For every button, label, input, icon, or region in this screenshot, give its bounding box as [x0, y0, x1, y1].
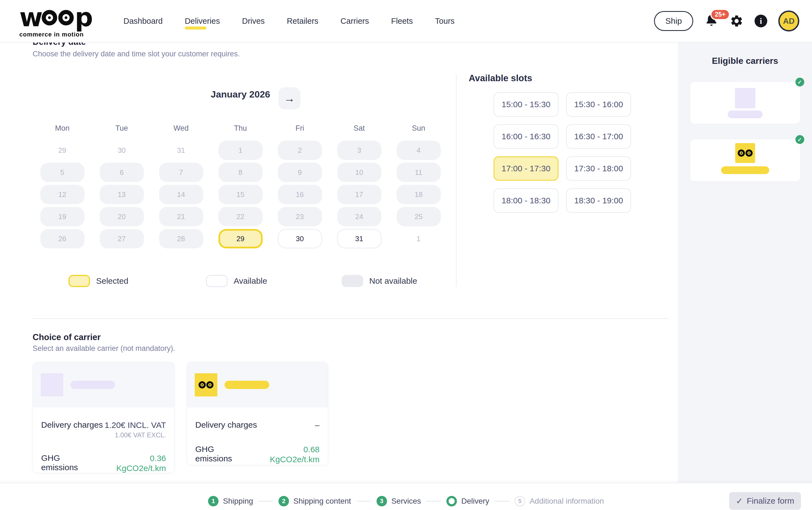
user-avatar[interactable]: AD [778, 10, 799, 31]
time-slot-1800to1830[interactable]: 18:00 - 18:30 [494, 189, 558, 213]
carrier-card-details: Delivery charges 1.20€ INCL. VAT 1.00€ V… [33, 407, 174, 473]
weekday-header: Tue [92, 117, 151, 139]
woop-eye-icon [206, 381, 213, 389]
woop-carrier-logo [735, 143, 755, 163]
carrier-logo-placeholder [735, 88, 755, 108]
step-label: Additional information [529, 497, 604, 506]
nav-item-fleets[interactable]: Fleets [391, 11, 413, 31]
calendar-day-8-disabled: 8 [219, 163, 263, 182]
calendar-cell: 11 [389, 161, 448, 183]
available-slots-title: Available slots [469, 73, 532, 83]
choice-of-carrier-title: Choice of carrier [33, 332, 100, 342]
eligible-carrier-card-1[interactable]: ✓ [690, 82, 801, 124]
calendar-day-30-available[interactable]: 30 [278, 229, 322, 248]
weekday-header: Sat [329, 117, 389, 139]
form-footer-bar: 1Shipping2Shipping content3ServicesDeliv… [0, 483, 812, 510]
calendar-day-13-disabled: 13 [100, 185, 144, 204]
calendar-day-29-selected[interactable]: 29 [219, 229, 263, 248]
carrier-logo-area [33, 362, 174, 407]
nav-item-carriers[interactable]: Carriers [341, 11, 369, 31]
calendar-day-3-disabled: 3 [337, 141, 381, 160]
step-label: Services [392, 497, 421, 506]
legend-label: Selected [96, 276, 128, 286]
finalize-form-button[interactable]: ✓ Finalize form [729, 492, 801, 510]
step-indicator: 5 [515, 496, 525, 506]
nav-item-deliveries[interactable]: Deliveries [185, 11, 220, 31]
nav-item-dashboard[interactable]: Dashboard [123, 11, 163, 31]
calendar-day-1-outside: 1 [397, 229, 441, 248]
arrow-right-icon: → [284, 92, 295, 105]
carrier-card-option-1[interactable]: Delivery charges 1.20€ INCL. VAT 1.00€ V… [33, 362, 175, 473]
time-slot-1530to1600[interactable]: 15:30 - 16:00 [566, 92, 631, 117]
calendar-day-27-disabled: 27 [100, 229, 144, 248]
calendar-day-5-disabled: 5 [40, 163, 85, 182]
time-slot-1600to1630[interactable]: 16:00 - 16:30 [494, 124, 558, 149]
notifications-button[interactable]: 25+ [704, 13, 719, 29]
calendar-cell: 7 [151, 161, 211, 183]
step-shipping-content[interactable]: 2Shipping content [279, 496, 351, 506]
carrier-name-placeholder [721, 166, 769, 174]
time-slot-1830to1900[interactable]: 18:30 - 19:00 [566, 189, 631, 213]
time-slot-1500to1530[interactable]: 15:00 - 15:30 [494, 92, 558, 117]
ghg-emissions-value: 0.36 KgCO2e/t.km [98, 453, 166, 473]
finalize-form-label: Finalize form [747, 496, 794, 506]
woop-logo-word: w p [19, 6, 91, 29]
calendar-day-9-disabled: 9 [278, 163, 322, 182]
ship-button[interactable]: Ship [654, 11, 693, 31]
logo-eye-icon [42, 10, 57, 25]
calendar-cell: 10 [329, 161, 389, 183]
weekday-header: Wed [151, 117, 211, 139]
calendar-day-10-disabled: 10 [337, 163, 381, 182]
calendar-cell: 8 [211, 161, 270, 183]
delivery-date-subtitle: Choose the delivery date and time slot y… [33, 50, 240, 58]
legend-swatch-not-available [342, 275, 363, 287]
calendar-day-7-disabled: 7 [159, 163, 203, 182]
woop-logo[interactable]: w p commerce in motion [19, 6, 91, 38]
nav-item-tours[interactable]: Tours [435, 11, 455, 31]
check-icon: ✓ [736, 496, 743, 506]
weekday-header: Thu [211, 117, 270, 139]
woop-eye-icon [199, 381, 206, 389]
nav-item-drives[interactable]: Drives [242, 11, 265, 31]
calendar-cell: 17 [329, 183, 389, 205]
calendar-day-1-disabled: 1 [219, 141, 263, 160]
woop-eye-icon [738, 149, 745, 157]
step-services[interactable]: 3Services [376, 496, 421, 506]
calendar-cell: 5 [33, 161, 92, 183]
time-slot-1730to1800[interactable]: 17:30 - 18:00 [566, 157, 631, 181]
calendar-day-17-disabled: 17 [337, 185, 381, 204]
legend-item-selected: Selected [68, 275, 128, 287]
calendar-cell: 9 [270, 161, 329, 183]
weekday-header: Sun [389, 117, 448, 139]
time-slot-1700to1730[interactable]: 17:00 - 17:30 [494, 157, 558, 181]
calendar-cell: 4 [389, 139, 448, 161]
info-button[interactable]: i [755, 15, 767, 27]
step-shipping[interactable]: 1Shipping [208, 496, 253, 506]
nav-item-retailers[interactable]: Retailers [287, 11, 318, 31]
carrier-name-placeholder [728, 111, 762, 118]
carrier-card-option-2[interactable]: Delivery charges – GHG emissions 0.68 Kg… [187, 362, 328, 465]
calendar-cell: 21 [151, 205, 211, 228]
eligible-carrier-card-2[interactable]: ✓ [690, 139, 801, 181]
logo-letter-p: p [75, 6, 91, 29]
time-slot-1630to1700[interactable]: 16:30 - 17:00 [566, 124, 631, 149]
eligible-carriers-sidebar: Eligible carriers ✓ ✓ [678, 42, 812, 483]
woop-delivery-form-page: Delivery date Choose the delivery date a… [0, 0, 812, 510]
calendar-next-month-button[interactable]: → [279, 87, 300, 109]
choice-of-carrier-subtitle: Select an available carrier (not mandato… [33, 344, 175, 353]
step-connector [427, 501, 441, 502]
calendar-cell: 29 [211, 228, 270, 250]
settings-button[interactable] [730, 14, 744, 28]
calendar-day-28-disabled: 28 [159, 229, 203, 248]
calendar-day-24-disabled: 24 [337, 207, 381, 226]
gear-icon [730, 14, 744, 28]
legend-swatch-available [206, 275, 228, 287]
woop-carrier-logo [195, 373, 218, 396]
calendar-day-31-available[interactable]: 31 [337, 229, 381, 248]
carrier-name-placeholder [225, 381, 269, 389]
calendar-cell: 14 [151, 183, 211, 205]
step-label: Shipping content [293, 497, 351, 506]
step-delivery[interactable]: Delivery [446, 496, 489, 506]
delivery-charges-label: Delivery charges [195, 420, 257, 430]
legend-item-available: Available [206, 275, 267, 287]
